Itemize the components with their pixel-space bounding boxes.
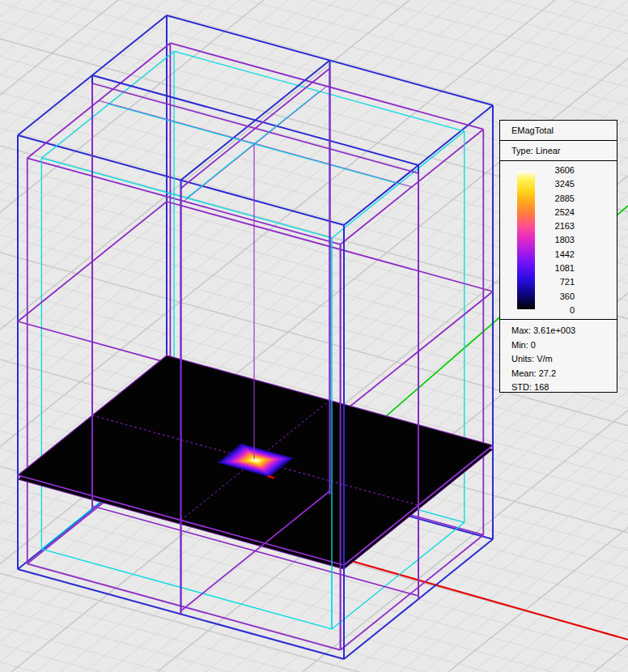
- colorbar-scale-labels: 3606 3245 2885 2524 2163 1803 1442 1081 …: [539, 166, 575, 315]
- colorbar-tick-label: 2524: [539, 208, 575, 217]
- colorbar-tick-label: 721: [539, 278, 575, 287]
- colorbar-tick-label: 2885: [539, 194, 575, 203]
- legend-title: EMagTotal: [500, 121, 617, 141]
- colorbar-tick-label: 2163: [539, 222, 575, 231]
- colorbar-tick-label: 1803: [539, 236, 575, 245]
- legend-colorbar-section: 3606 3245 2885 2524 2163 1803 1442 1081 …: [500, 161, 617, 320]
- colorbar-tick-label: 360: [539, 292, 575, 301]
- colorbar-tick-label: 1081: [539, 264, 575, 273]
- colorbar-tick-label: 1442: [539, 250, 575, 259]
- stat-max-label: Max: 3.61e+003: [511, 324, 617, 338]
- stat-std-label: STD: 168: [511, 381, 617, 395]
- hfss-3d-viewport[interactable]: EMagTotal Type: Linear 3606 3245 2885 25…: [0, 0, 628, 672]
- legend-panel: EMagTotal Type: Linear 3606 3245 2885 25…: [499, 120, 617, 393]
- wireframe-boxes: [18, 15, 493, 659]
- colorbar-tick-label: 0: [539, 306, 575, 315]
- colorbar-tick-label: 3245: [539, 180, 575, 189]
- legend-stats: Max: 3.61e+003 Min: 0 Units: V/m Mean: 2…: [500, 320, 617, 395]
- colorbar-gradient: [517, 171, 535, 309]
- colorbar-tick-label: 3606: [539, 166, 575, 175]
- stat-min-label: Min: 0: [511, 338, 617, 353]
- legend-scale-type: Type: Linear: [500, 141, 617, 161]
- stat-units-label: Units: V/m: [511, 352, 617, 367]
- stat-mean-label: Mean: 27.2: [511, 367, 617, 381]
